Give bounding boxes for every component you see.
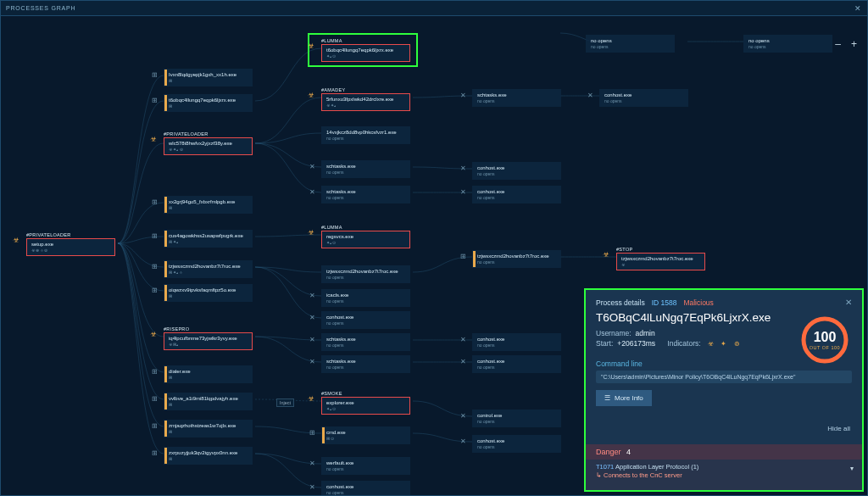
window-icon: ⊞: [152, 449, 158, 457]
col3-node[interactable]: conhost.exeno opens✕: [321, 311, 410, 329]
process-filename: explorer.exe: [326, 400, 405, 405]
process-filename: tzjwsxczmd2hovanbz7t7roc.exe: [621, 256, 700, 261]
chevron-down-icon[interactable]: ▾: [850, 465, 854, 472]
process-meta: ⊞: [169, 429, 248, 434]
window-icon: ⊞: [152, 395, 158, 403]
col3-node[interactable]: werfault.exeno opens✕: [321, 457, 410, 475]
biohazard-icon: ☣: [308, 42, 314, 50]
zoom-out-button[interactable]: –: [835, 38, 841, 50]
col3-node[interactable]: conhost.exeno opens✕: [321, 481, 410, 495]
list-icon: ☰: [604, 394, 610, 402]
biohazard-icon: ☣: [13, 236, 19, 244]
col2-node[interactable]: #PRIVATELOADERwlc578t8hwfvx2yjxzf38y.exe…: [164, 131, 253, 155]
score-value: 100: [814, 330, 837, 345]
col5-node[interactable]: no opensno opens: [743, 35, 832, 53]
col2-node[interactable]: vvlbve_a1t9mi81lqpdvajyh.exe⊞⊞: [164, 393, 253, 410]
col2-node[interactable]: Ivxn8lqdgyepjk1gxh_xx1h.exe⊞⊞: [164, 69, 253, 86]
col3-node[interactable]: tzjwsxczmd2hovanbz7t7roc.exeno opens: [321, 265, 410, 283]
col4-node[interactable]: conhost.exeno opens✕: [472, 435, 561, 453]
col4-node[interactable]: tzjwsxczmd2hovanbz7t7roc.exeno opens⊞: [472, 250, 561, 268]
col5-node[interactable]: conhost.exeno opens✕: [599, 89, 688, 107]
process-meta: ⊞: [169, 456, 248, 461]
col2-node[interactable]: #RISEPROiq4lpcufbnme73yjwlkr3yvy.exe☣ ⊞₄…: [164, 326, 253, 350]
window-icon: ⊞: [152, 198, 158, 206]
col3-node[interactable]: schtasks.exeno opens✕: [321, 160, 410, 178]
process-filename: 14vxjkcz8dd8vp0hkcsfvzr1.exe: [326, 130, 405, 135]
col3-node[interactable]: icacls.exeno opens✕: [321, 289, 410, 307]
process-meta: no opens: [326, 136, 405, 141]
window-icon: ⊞: [152, 71, 158, 79]
process-filename: tzjwsxczmd2hovanbz7t7roc.exe: [477, 254, 556, 259]
col2-node[interactable]: dialer.exe⊞⊞: [164, 365, 253, 383]
col4-node[interactable]: conhost.exeno opens✕: [472, 162, 561, 180]
process-meta: ⊞ ✦₄ ⟐: [169, 270, 248, 275]
malware-tag: #PRIVATELOADER: [164, 131, 253, 137]
process-meta: ☣ ⊞₄: [169, 342, 248, 347]
col3-node[interactable]: schtasks.exeno opens✕: [321, 333, 410, 351]
process-meta: no opens: [477, 98, 556, 103]
col4-node[interactable]: conhost.exeno opens✕: [472, 355, 561, 373]
col5-node[interactable]: #STOPtzjwsxczmd2hovanbz7t7roc.exe☣☣: [616, 247, 705, 270]
biohazard-icon: ☣: [308, 228, 314, 237]
process-meta: ⊞: [169, 402, 248, 407]
col2-node[interactable]: tzjwsxczmd2hovanbz7t7roc.exe⊞ ✦₄ ⟐⊞: [164, 260, 253, 278]
panel-title: PROCESSES GRAPH: [6, 5, 75, 11]
window-icon: ⊞: [152, 263, 158, 270]
window-icon: ⊞: [152, 368, 158, 376]
col3-node[interactable]: #LUMMAregsvcs.exe✦₄ ⊙☣: [321, 225, 410, 248]
col2-node[interactable]: t6obqc4llungq7eqpk6ljxrx.exe⊞⊞: [164, 94, 253, 112]
col2-node[interactable]: xx2grj94go5_fxbxrfmlpgb.exe⊞⊞: [164, 196, 253, 214]
process-id: ID 1588: [652, 298, 677, 307]
process-meta: ⊞ ✦₄: [169, 239, 248, 244]
tool-icon: ✕: [309, 483, 315, 491]
col4-node[interactable]: control.exeno opens✕: [472, 410, 561, 427]
malware-tag: #RISEPRO: [164, 326, 253, 332]
col2-node[interactable]: cus4agowkhss2usapwfpvgrk.exe⊞ ✦₄⊞: [164, 230, 253, 248]
root-node[interactable]: #PRIVATELOADERsetup.exe☣ ⊕ ⟐ ⊚☣: [26, 232, 115, 256]
process-meta: no opens: [326, 195, 405, 200]
col5-node[interactable]: no opensno opens: [586, 35, 675, 53]
graph-canvas[interactable]: – +: [1, 16, 867, 495]
process-filename: regsvcs.exe: [326, 234, 405, 239]
details-close-icon[interactable]: ✕: [845, 298, 852, 307]
commandline-value[interactable]: "C:\Users\admin\Pictures\Minor Policy\T6…: [596, 371, 852, 383]
process-meta: ☣ ⊕ ⟐ ⊚: [31, 248, 110, 253]
col2-node[interactable]: zmjaqzhothstzeas1w7ojlx.exe⊞⊞: [164, 420, 253, 437]
col4-node[interactable]: schtasks.exeno opens✕: [472, 89, 561, 107]
process-meta: no opens: [748, 44, 827, 49]
tactic-link[interactable]: T1071: [596, 463, 614, 471]
col3-node[interactable]: 14vxjkcz8dd8vp0hkcsfvzr1.exeno opens: [321, 126, 410, 144]
process-filename: wlc578t8hwfvx2yjxzf38y.exe: [169, 141, 248, 146]
details-title: Process details: [596, 298, 645, 307]
col4-node[interactable]: conhost.exeno opens✕: [472, 333, 561, 351]
zoom-in-button[interactable]: +: [851, 38, 857, 50]
process-meta: no opens: [326, 490, 405, 495]
col3-node[interactable]: schtasks.exeno opens✕: [321, 355, 410, 373]
process-filename: iq4lpcufbnme73yjwlkr3yvy.exe: [169, 336, 248, 341]
col3-node[interactable]: #SMOKEexplorer.exe✦₄ ⊙☣: [321, 391, 410, 415]
hide-all-link[interactable]: Hide all: [827, 425, 850, 432]
col3-node[interactable]: #AMADEY5rfunxo3fpxlwkd42drclxre.exe☣ ✦₄☣: [321, 87, 410, 111]
process-meta: no opens: [604, 98, 683, 103]
col3-node[interactable]: cmd.exe⊞ ⊙⊞: [321, 426, 410, 444]
danger-detail[interactable]: T1071 Application Layer Protocol (1) ▾ ↳…: [586, 460, 862, 490]
biohazard-icon: ☣: [150, 330, 157, 338]
process-filename: schtasks.exe: [326, 359, 405, 364]
col2-node[interactable]: zxrpuzyjjuk3qv2tgyvpx0nn.exe⊞⊞: [164, 447, 253, 465]
verdict-badge: Malicious: [683, 298, 713, 307]
process-filename: conhost.exe: [477, 438, 556, 443]
process-filename: conhost.exe: [477, 165, 556, 170]
col4-node[interactable]: conhost.exeno opens✕: [472, 186, 561, 203]
malware-tag: #AMADEY: [321, 87, 410, 92]
col3-node[interactable]: #LUMMAt6obqc4llungq7eqpk6ljxrx.exe✦₄ ⊙☣: [321, 38, 410, 62]
more-info-button[interactable]: ☰ More Info: [596, 390, 652, 406]
col2-node[interactable]: oiqwzxv9ipvksfaqmftpz5o.exe⊞⊞: [164, 284, 253, 302]
process-filename: werfault.exe: [326, 460, 405, 465]
danger-header[interactable]: Danger 4: [586, 444, 862, 460]
process-meta: no opens: [326, 320, 405, 326]
process-meta: ⊞: [169, 293, 248, 298]
process-filename: schtasks.exe: [326, 189, 405, 194]
tool-icon: ✕: [309, 460, 315, 467]
close-icon[interactable]: ✕: [854, 4, 862, 13]
col3-node[interactable]: schtasks.exeno opens✕: [321, 186, 410, 203]
